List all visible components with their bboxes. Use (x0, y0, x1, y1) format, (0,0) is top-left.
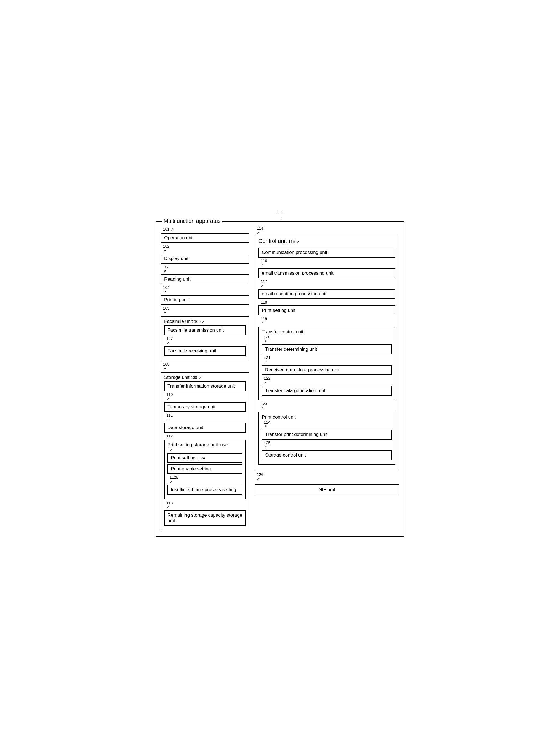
data-storage-label: Data storage unit (167, 425, 203, 430)
facsimile-unit-label: Facsimile unit 106 ↗ (164, 319, 205, 324)
remaining-storage-label: Remaining storage capacity storage unit (167, 513, 242, 523)
ref-121: 121 (264, 355, 392, 360)
operation-unit-box: Operation unit (161, 233, 249, 243)
transfer-determining-box: Transfer determining unit (262, 344, 392, 354)
ref-arrow-109: ↗ (198, 376, 201, 380)
ref-arrow-103: ↗ (163, 269, 249, 273)
transfer-control-label: Transfer control unit (262, 329, 304, 334)
ref-111: 111 (166, 413, 246, 417)
ref-114: 114 (257, 226, 399, 230)
data-storage-box: Data storage unit (164, 423, 246, 432)
fax-receiving-label: Facsimile receiving unit (167, 348, 216, 354)
operation-unit-label: Operation unit (164, 235, 194, 240)
transfer-info-storage-box: Transfer information storage unit (164, 381, 246, 391)
ref-124: 124 (264, 420, 392, 424)
ref-101: 101 (163, 227, 169, 231)
email-reception-box: email reception processing unit (258, 289, 395, 299)
nif-unit-box: NIF unit (255, 484, 399, 495)
columns: 101 ↗ Operation unit 102 ↗ Display unit … (161, 226, 399, 532)
temporary-storage-label: Temporary storage unit (167, 404, 215, 410)
ref-arrow-110: ↗ (166, 397, 246, 401)
fax-transmission-label: Facsimile transmission unit (167, 328, 224, 333)
ref-112b: 112B (170, 475, 243, 480)
ref-119: 119 (261, 317, 395, 321)
reading-unit-label: Reading unit (164, 277, 190, 282)
ref-arrow-106: ↗ (202, 320, 205, 324)
ref-109: 109 (191, 375, 197, 380)
temporary-storage-box: Temporary storage unit (164, 402, 246, 412)
remaining-storage-box: Remaining storage capacity storage unit (164, 510, 246, 526)
email-reception-label: email reception processing unit (262, 291, 326, 296)
diagram-wrapper: 100 ↗ Multifunction apparatus 101 ↗ Oper… (156, 208, 404, 537)
left-column: 101 ↗ Operation unit 102 ↗ Display unit … (161, 226, 249, 532)
ref-102: 102 (163, 244, 249, 249)
ref-arrow-107: ↗ (166, 341, 246, 345)
ref-108: 108 (163, 362, 249, 366)
storage-group-box: Storage unit 109 ↗ Transfer information … (161, 372, 249, 530)
transfer-print-determining-box: Transfer print determining unit (262, 429, 392, 440)
transfer-print-determining-label: Transfer print determining unit (265, 432, 328, 437)
transfer-data-gen-box: Transfer data generation unit (262, 386, 392, 396)
display-unit-label: Display unit (164, 256, 188, 261)
ref-122: 122 (264, 376, 392, 381)
ref-arrow-111: ↗ (166, 417, 246, 422)
ref-112c: 112C (219, 443, 228, 447)
storage-unit-label: Storage unit 109 ↗ (164, 375, 201, 380)
top-ref-number: 100 (275, 208, 284, 215)
print-setting-storage-group-box: Print setting storage unit 112C ↗ Print … (164, 440, 246, 499)
ref-arrow-121: ↗ (264, 360, 392, 364)
ref-125: 125 (264, 441, 392, 445)
outer-box: Multifunction apparatus 101 ↗ Operation … (156, 221, 404, 537)
print-control-box: Print control unit 124 ↗ Transfer print … (258, 412, 395, 464)
transfer-control-box: Transfer control unit 120 ↗ Transfer det… (258, 327, 395, 400)
control-unit-label: Control unit (258, 238, 287, 244)
storage-control-box: Storage control unit (262, 450, 392, 460)
communication-processing-label: Communication processing unit (262, 250, 327, 255)
transfer-determining-label: Transfer determining unit (265, 347, 317, 352)
ref-112: 112 (166, 434, 246, 438)
ref-arrow-105: ↗ (163, 311, 249, 315)
print-enable-setting-label: Print enable setting (171, 466, 211, 472)
print-control-label: Print control unit (262, 414, 296, 420)
ref-115: 115 (288, 239, 294, 244)
insufficient-time-box: Insufficient time process setting (167, 485, 243, 495)
facsimile-group-box: Facsimile unit 106 ↗ Facsimile transmiss… (161, 316, 249, 360)
ref-126: 126 (257, 472, 399, 477)
print-enable-setting-box: Print enable setting (167, 464, 243, 474)
ref-arrow-113: ↗ (166, 505, 246, 509)
nif-unit-label: NIF unit (319, 487, 335, 492)
ref-arrow-122: ↗ (264, 381, 392, 385)
right-column: 114 ↗ Control unit 115 ↗ Communication p… (255, 226, 399, 532)
ref-123: 123 (261, 402, 395, 406)
ref-arrow-117: ↗ (261, 284, 395, 288)
ref-arrow-112b: ↗ (170, 480, 243, 484)
transfer-info-storage-label: Transfer information storage unit (167, 384, 235, 389)
ref-arrow-114: ↗ (257, 230, 399, 235)
ref-arrow-104: ↗ (163, 290, 249, 294)
ref-120: 120 (264, 335, 392, 339)
received-data-store-box: Received data store processing unit (262, 365, 392, 375)
print-setting-label: Print setting 112A (171, 455, 205, 460)
top-ref-arrow: ↗ (280, 216, 283, 220)
ref-arrow-125: ↗ (264, 445, 392, 449)
print-setting-storage-label: Print setting storage unit 112C (167, 442, 228, 448)
reading-unit-box: Reading unit (161, 274, 249, 284)
printing-unit-box: Printing unit (161, 295, 249, 305)
ref-110: 110 (166, 392, 246, 397)
ref-105: 105 (163, 306, 249, 311)
ref-arrow-102: ↗ (163, 249, 249, 253)
transfer-data-gen-label: Transfer data generation unit (265, 388, 325, 393)
print-setting-unit-label: Print setting unit (262, 308, 295, 313)
communication-processing-box: Communication processing unit (258, 248, 395, 258)
fax-receiving-box: Facsimile receiving unit (164, 346, 246, 356)
email-transmission-label: email transmission processing unit (262, 270, 334, 276)
ref-104: 104 (163, 285, 249, 290)
control-unit-box: Control unit 115 ↗ Communication process… (255, 235, 399, 470)
email-transmission-box: email transmission processing unit (258, 268, 395, 278)
display-unit-box: Display unit (161, 254, 249, 264)
ref-arrow-120: ↗ (264, 339, 392, 343)
ref-arrow-126: ↗ (257, 477, 399, 481)
ref-arrow-124: ↗ (264, 424, 392, 428)
print-setting-unit-box: Print setting unit (258, 305, 395, 316)
ref-arrow-116: ↗ (261, 263, 395, 267)
